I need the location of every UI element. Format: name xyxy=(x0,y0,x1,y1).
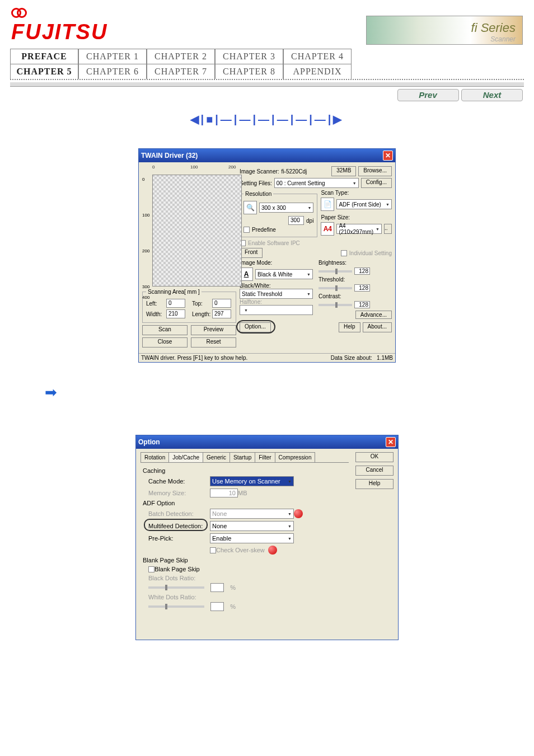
left-input[interactable]: 0 xyxy=(166,299,185,308)
page-slider[interactable]: ◀|■|—|—|—|—|—|—|▶ xyxy=(0,112,534,126)
enable-ipc-label: Enable Software IPC xyxy=(248,240,300,246)
scan-type-dropdown[interactable]: ADF (Front Side) xyxy=(336,199,392,209)
brightness-slider[interactable] xyxy=(318,270,352,273)
width-label: Width: xyxy=(146,311,164,317)
check-overskew-checkbox xyxy=(210,547,216,553)
tab-chapter3[interactable]: CHAPTER 3 xyxy=(215,49,283,64)
blackwhite-label: Black/White: xyxy=(240,283,313,289)
tab-chapter8[interactable]: CHAPTER 8 xyxy=(215,64,283,79)
setting-files-dropdown[interactable]: 00 : Current Setting xyxy=(274,178,359,188)
batch-detection-dropdown: None xyxy=(210,509,294,519)
top-input[interactable]: 0 xyxy=(212,299,231,308)
predefine-checkbox[interactable] xyxy=(243,227,250,233)
slider-prev-icon[interactable]: ◀ xyxy=(190,113,201,125)
red-ball-icon xyxy=(294,509,303,518)
black-dots-value xyxy=(210,583,224,592)
blank-page-skip-checkbox[interactable] xyxy=(148,566,154,572)
blackwhite-dropdown[interactable]: Static Threshold xyxy=(240,289,313,299)
close-button[interactable]: Close xyxy=(142,337,188,348)
length-input[interactable]: 297 xyxy=(212,309,231,318)
status-help-text: TWAIN driver. Press [F1] key to show hel… xyxy=(141,355,247,361)
paper-size-dropdown[interactable]: A4 (210x297mm) xyxy=(336,224,382,234)
tab-filter[interactable]: Filter xyxy=(255,452,275,462)
image-mode-label: Image Mode: xyxy=(240,260,313,266)
red-ball-icon xyxy=(268,546,277,555)
check-overskew-label: Check Over-skew xyxy=(216,547,265,553)
next-button[interactable]: Next xyxy=(461,89,523,101)
config-button[interactable]: Config... xyxy=(361,178,392,188)
resolution-icon: 🔍 xyxy=(243,201,257,214)
individual-setting-checkbox xyxy=(341,250,347,256)
about-button[interactable]: About... xyxy=(363,322,392,332)
cache-mode-dropdown[interactable]: Use Memory on Scanner xyxy=(210,476,294,486)
preview-button[interactable]: Preview xyxy=(191,325,236,335)
memory-size-unit: MB xyxy=(238,490,247,496)
predefine-label: Predefine xyxy=(252,227,276,233)
preview-pane: 0 100 200 0 100 200 300 400 Scanning Are… xyxy=(142,165,236,350)
threshold-slider[interactable] xyxy=(318,287,352,289)
paper-size-detail-button[interactable]: .. xyxy=(384,224,392,234)
multifeed-dropdown[interactable]: None xyxy=(210,521,294,531)
tab-chapter2[interactable]: CHAPTER 2 xyxy=(147,49,215,64)
scan-button[interactable]: Scan xyxy=(142,325,188,335)
help-button[interactable]: Help xyxy=(339,322,360,332)
tab-rotation[interactable]: Rotation xyxy=(140,452,169,462)
option-window: Option ✕ Rotation Job/Cache Generic Star… xyxy=(135,435,399,640)
black-dots-ratio-label: Black Dots Ratio: xyxy=(148,575,346,581)
reset-button[interactable]: Reset xyxy=(191,337,236,348)
tab-appendix[interactable]: APPENDIX xyxy=(283,64,352,79)
tab-jobcache[interactable]: Job/Cache xyxy=(168,452,203,462)
close-icon[interactable]: ✕ xyxy=(383,151,393,161)
option-buttons: OK Cancel Help xyxy=(349,452,394,617)
advance-button[interactable]: Advance... xyxy=(355,311,392,319)
status-datasize-value: 1.1MB xyxy=(377,355,393,361)
image-mode-dropdown[interactable]: Black & White xyxy=(255,269,313,279)
halftone-dropdown xyxy=(240,305,313,315)
black-dots-slider xyxy=(148,586,204,589)
option-title: Option xyxy=(138,438,160,446)
tab-chapter1[interactable]: CHAPTER 1 xyxy=(78,49,147,64)
prepick-dropdown[interactable]: Enable xyxy=(210,533,294,543)
tab-compression[interactable]: Compression xyxy=(275,452,316,462)
brightness-value[interactable]: 128 xyxy=(354,267,370,275)
tab-chapter5[interactable]: CHAPTER 5 xyxy=(10,64,78,79)
option-highlight-oval xyxy=(236,320,275,334)
tab-generic[interactable]: Generic xyxy=(203,452,230,462)
fujitsu-logo: FUJITSU xyxy=(11,20,107,44)
status-datasize-label: Data Size about: xyxy=(331,355,372,361)
controls-panel: Image Scanner: fi-5220Cdj 32MB Browse...… xyxy=(240,165,392,350)
white-dots-slider xyxy=(148,605,204,608)
resolution-dropdown[interactable]: 300 x 300 xyxy=(259,203,313,213)
width-input[interactable]: 210 xyxy=(166,309,185,318)
tab-startup[interactable]: Startup xyxy=(229,452,255,462)
prev-next-row: Prev Next xyxy=(11,89,523,101)
close-icon[interactable]: ✕ xyxy=(386,437,396,447)
tab-chapter6[interactable]: CHAPTER 6 xyxy=(78,64,147,79)
contrast-value[interactable]: 128 xyxy=(354,301,370,308)
blue-arrow-icon: ➡ xyxy=(45,384,534,401)
slider-next-icon[interactable]: ▶ xyxy=(333,113,344,125)
tab-preface[interactable]: PREFACE xyxy=(10,49,78,64)
browse-button[interactable]: Browse... xyxy=(358,166,392,176)
ruler-mark: 0 xyxy=(152,165,154,170)
fiseries-sub: Scanner xyxy=(490,35,516,43)
prev-button[interactable]: Prev xyxy=(397,89,459,101)
blank-page-skip-section: Blank Page Skip xyxy=(143,557,346,564)
cancel-button[interactable]: Cancel xyxy=(355,466,394,476)
ruler-horizontal: 0 100 200 xyxy=(152,165,236,175)
fiseries-banner: fi Series Scanner xyxy=(366,16,523,45)
custom-res-input[interactable]: 300 xyxy=(288,216,304,225)
front-tab[interactable]: Front xyxy=(240,248,263,258)
help-button[interactable]: Help xyxy=(355,479,394,489)
ok-button[interactable]: OK xyxy=(355,452,394,462)
twain-title: TWAIN Driver (32) xyxy=(141,152,198,159)
tab-chapter4[interactable]: CHAPTER 4 xyxy=(283,49,352,64)
tab-chapter7[interactable]: CHAPTER 7 xyxy=(147,64,215,79)
threshold-value[interactable]: 128 xyxy=(354,284,370,292)
twain-statusbar: TWAIN driver. Press [F1] key to show hel… xyxy=(139,353,395,362)
scanning-area-legend: Scanning Area[ mm ] xyxy=(146,289,202,295)
left-label: Left: xyxy=(146,300,164,307)
resolution-group: Resolution 🔍 300 x 300 300 dpi Predefine xyxy=(240,191,317,237)
mem-indicator: 32MB xyxy=(331,166,356,176)
contrast-slider[interactable] xyxy=(318,304,352,306)
